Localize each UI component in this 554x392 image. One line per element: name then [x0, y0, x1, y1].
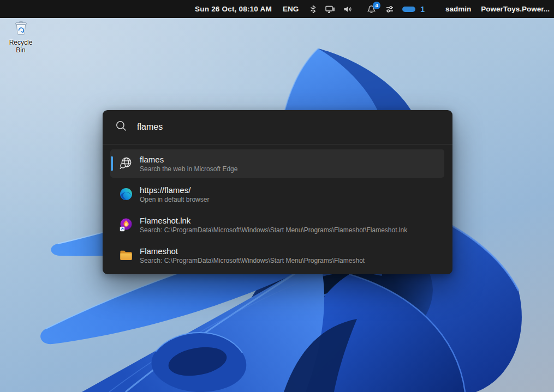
result-title: flames: [140, 154, 237, 165]
device-counter[interactable]: 1: [420, 5, 425, 14]
edge-browser-icon: [119, 187, 133, 201]
result-row-web-search[interactable]: flames Search the web in Microsoft Edge: [110, 149, 444, 178]
clock[interactable]: Sun 26 Oct, 08:10 AM: [195, 5, 272, 13]
search-results-list: flames Search the web in Microsoft Edge: [103, 144, 452, 274]
search-box: [103, 110, 452, 144]
recycle-bin-icon: [15, 21, 27, 38]
web-search-icon: [119, 156, 133, 171]
recycle-bin-label: Recycle Bin: [4, 39, 38, 54]
result-row-flameshot-lnk[interactable]: Flameshot.lnk Search: C:\ProgramData\Mic…: [110, 210, 444, 239]
notification-count-badge: 4: [373, 2, 380, 9]
battery-pill-icon[interactable]: [402, 7, 415, 12]
result-title: Flameshot.lnk: [140, 215, 407, 226]
result-subtitle: Search: C:\ProgramData\Microsoft\Windows…: [140, 257, 365, 265]
quick-settings-icon[interactable]: [385, 5, 394, 14]
result-subtitle: Search the web in Microsoft Edge: [140, 165, 237, 173]
desktop-screen: Sun 26 Oct, 08:10 AM ENG: [0, 0, 554, 392]
language-indicator[interactable]: ENG: [283, 5, 299, 13]
display-icon[interactable]: [325, 5, 335, 14]
result-row-flameshot-folder[interactable]: Flameshot Search: C:\ProgramData\Microso…: [110, 241, 444, 269]
active-app-title[interactable]: PowerToys.Power...: [481, 5, 550, 13]
flameshot-shortcut-icon: [119, 218, 133, 232]
powertoys-run-window: flames Search the web in Microsoft Edge: [103, 110, 452, 274]
result-row-open-url[interactable]: https://flames/ Open in default browser: [110, 180, 444, 208]
volume-icon[interactable]: [343, 5, 352, 14]
result-subtitle: Search: C:\ProgramData\Microsoft\Windows…: [140, 226, 407, 234]
username-label[interactable]: sadmin: [445, 5, 471, 13]
selection-indicator: [111, 156, 113, 171]
result-subtitle: Open in default browser: [140, 196, 209, 204]
search-icon: [116, 120, 127, 134]
recycle-bin-desktop-icon[interactable]: Recycle Bin: [4, 21, 38, 54]
folder-icon: [119, 248, 133, 262]
bluetooth-icon[interactable]: [309, 5, 317, 14]
search-input[interactable]: [137, 122, 439, 132]
taskbar: Sun 26 Oct, 08:10 AM ENG: [0, 0, 554, 18]
result-title: https://flames/: [140, 185, 209, 195]
notifications-bell[interactable]: 4: [367, 5, 376, 14]
result-title: Flameshot: [140, 246, 365, 256]
